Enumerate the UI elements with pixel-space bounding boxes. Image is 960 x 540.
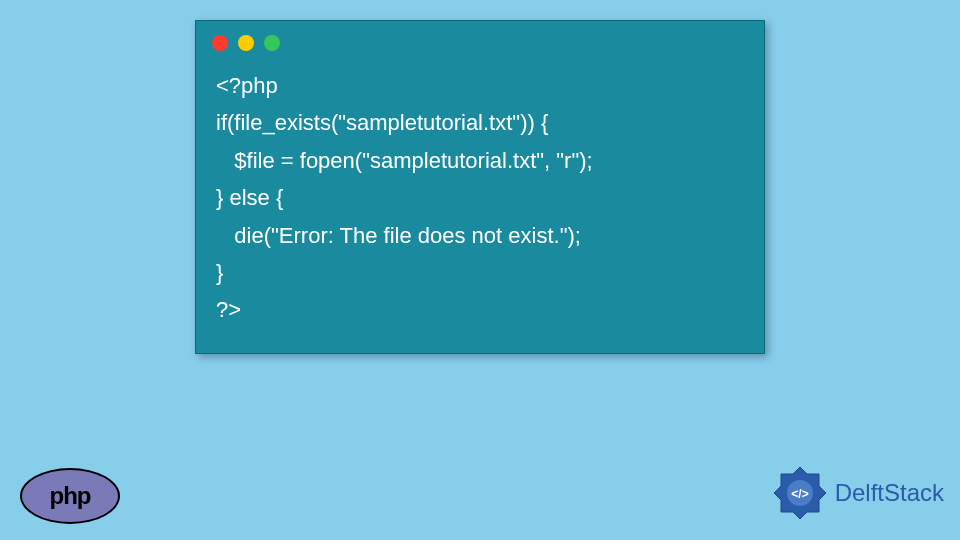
code-line: $file = fopen("sampletutorial.txt", "r")… <box>216 148 593 173</box>
close-icon <box>212 35 228 51</box>
code-line: } <box>216 260 223 285</box>
php-logo-text: php <box>50 482 91 510</box>
code-line: die("Error: The file does not exist."); <box>216 223 581 248</box>
code-line: } else { <box>216 185 283 210</box>
maximize-icon <box>264 35 280 51</box>
delftstack-label: DelftStack <box>835 479 944 507</box>
code-line: if(file_exists("sampletutorial.txt")) { <box>216 110 548 135</box>
delftstack-logo: </> DelftStack <box>771 464 944 522</box>
code-line: ?> <box>216 297 241 322</box>
delftstack-icon: </> <box>771 464 829 522</box>
php-logo-badge: php <box>20 468 120 524</box>
svg-text:</>: </> <box>791 487 808 501</box>
php-ellipse: php <box>20 468 120 524</box>
window-header <box>196 21 764 57</box>
code-content: <?php if(file_exists("sampletutorial.txt… <box>196 57 764 353</box>
code-window: <?php if(file_exists("sampletutorial.txt… <box>195 20 765 354</box>
code-line: <?php <box>216 73 278 98</box>
minimize-icon <box>238 35 254 51</box>
